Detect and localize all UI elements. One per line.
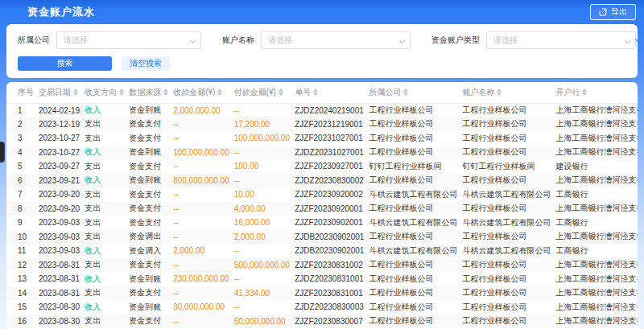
cell-source: 资金支付: [129, 117, 173, 132]
column-header-order_no[interactable]: 单号: [295, 82, 369, 103]
cell-source: 资金到账: [129, 174, 173, 188]
cell-source: 资金支付: [129, 187, 173, 202]
sort-icon[interactable]: [313, 88, 318, 96]
column-header-account_name[interactable]: 账户名称: [462, 82, 555, 103]
account-type-select[interactable]: 请选择: [486, 31, 636, 49]
cell-source: 资金支付: [129, 286, 173, 301]
column-header-direction[interactable]: 收支方向: [85, 82, 129, 103]
cell-account_name: 工程行业样板公司: [462, 272, 555, 286]
account-name-select-placeholder: 请选择: [268, 35, 292, 46]
sort-icon[interactable]: [73, 88, 78, 96]
sort-icon[interactable]: [497, 88, 502, 96]
cell-receive: --: [173, 187, 234, 202]
cell-direction: 支出: [85, 159, 129, 174]
cell-company: 工程行业样板公司: [369, 131, 462, 146]
cell-company: 钉钉工程行业样板间: [369, 159, 462, 174]
sort-icon[interactable]: [217, 88, 222, 96]
filter-card: 所属公司 请选择 账户名称 请选择 资金账户类型 请选择: [6, 24, 638, 78]
cell-source: 资金到账: [129, 272, 173, 286]
cell-company: 工程行业样板公司: [369, 202, 462, 216]
cell-bank: 上海工商银行漕河泾支行: [555, 202, 638, 216]
cell-account_name: 斗栱云建筑工程有限公司: [462, 244, 555, 258]
cell-pay: --: [234, 272, 295, 286]
cell-no: 15: [6, 300, 39, 315]
sort-icon[interactable]: [163, 88, 168, 96]
table-row: 22023-12-19支出资金支付--17,200.00ZJZF20231219…: [6, 117, 638, 132]
expand-filters-link[interactable]: 展开筛选: [636, 35, 644, 46]
cell-receive: --: [173, 117, 234, 132]
cell-no: 1: [6, 103, 39, 117]
column-header-date[interactable]: 交易日期: [39, 82, 85, 103]
cell-pay: --: [234, 103, 295, 117]
account-name-filter-label: 账户名称: [222, 35, 254, 46]
cell-source: 资金到账: [129, 103, 173, 117]
cell-date: 2023-09-03: [39, 244, 85, 258]
cell-bank: 上海工商银行漕河泾支行: [555, 117, 638, 132]
sort-icon[interactable]: [403, 88, 408, 96]
side-drawer-handle[interactable]: [0, 142, 5, 162]
cell-receive: --: [173, 315, 234, 329]
cell-order_no: ZJDZ20230830002: [295, 174, 369, 188]
column-header-source[interactable]: 数据来源: [129, 82, 173, 103]
chevron-down-icon: [190, 38, 196, 43]
cell-account_name: 工程行业样板公司: [462, 230, 555, 245]
table-row: 112023-09-03收入资金调入2,000.00--ZJDB20230902…: [6, 244, 638, 258]
table-header-row: 序号交易日期收支方向数据来源收款金额(¥)付款金额(¥)单号所属公司账户名称开户…: [6, 82, 638, 103]
cell-date: 2023-08-31: [39, 286, 85, 301]
table-row: 82023-09-20支出资金支付--4,000.00ZJZF202309200…: [6, 202, 638, 216]
cell-no: 12: [6, 258, 39, 273]
cell-direction: 收入: [85, 244, 129, 258]
cell-account_name: 工程行业样板公司: [462, 103, 555, 117]
chevron-down-icon: [635, 35, 642, 42]
sort-icon[interactable]: [582, 88, 587, 96]
column-header-receive[interactable]: 收款金额(¥): [173, 82, 234, 103]
cell-receive: --: [173, 230, 234, 245]
cell-date: 2023-09-21: [39, 174, 85, 188]
table-row: 132023-08-31收入资金到账230,000,000.00--ZJDZ20…: [6, 272, 638, 286]
column-header-pay[interactable]: 付款金额(¥): [234, 82, 295, 103]
search-button[interactable]: 搜索: [18, 56, 112, 71]
cell-direction: 支出: [85, 258, 129, 273]
cell-date: 2023-09-03: [39, 230, 85, 245]
table-row: 152023-08-30收入资金到账30,000,000.00--ZJDZ202…: [6, 300, 638, 315]
cell-bank: 上海工商银行漕河泾支行: [555, 174, 638, 188]
cell-date: 2023-10-27: [39, 146, 85, 160]
clear-search-button[interactable]: 清空搜索: [122, 56, 170, 71]
column-header-company[interactable]: 所属公司: [369, 82, 462, 103]
cell-bank: 上海工商银行漕河泾支行: [555, 286, 638, 301]
cell-direction: 支出: [85, 286, 129, 301]
cell-no: 16: [6, 315, 39, 329]
cell-order_no: ZJZF20230927001: [295, 159, 369, 174]
cell-no: 3: [6, 131, 39, 146]
column-header-bank[interactable]: 开户行: [555, 82, 638, 103]
cell-no: 4: [6, 146, 39, 160]
cell-order_no: ZJDZ20230830003: [295, 300, 369, 315]
cell-bank: 上海工商银行漕河泾支行: [555, 272, 638, 286]
sort-icon[interactable]: [119, 88, 124, 96]
filter-group-company: 所属公司 请选择: [18, 31, 201, 49]
cell-date: 2023-08-31: [39, 272, 85, 286]
company-select[interactable]: 请选择: [56, 31, 201, 49]
page-background: 资金账户流水 导出 所属公司 请选择 账户名称: [0, 0, 644, 329]
sort-icon[interactable]: [279, 88, 283, 96]
cell-direction: 收入: [85, 146, 129, 160]
chevron-down-icon: [625, 38, 630, 43]
cell-date: 2023-09-03: [39, 216, 85, 230]
cell-order_no: ZJZF20230831002: [295, 258, 369, 273]
cell-company: 斗栱云建筑工程有限公司: [369, 216, 462, 230]
cell-order_no: ZJZF20231219001: [295, 117, 369, 132]
cell-company: 工程行业样板公司: [369, 272, 462, 286]
cell-account_name: 工程行业样板公司: [462, 315, 555, 329]
cell-direction: 支出: [85, 131, 129, 146]
cell-bank: 工商银行: [555, 216, 638, 230]
cell-company: 工程行业样板公司: [369, 174, 462, 188]
cell-bank: 上海工商银行漕河泾支行: [555, 230, 638, 245]
cell-pay: 10.00: [234, 187, 295, 202]
table-row: 62023-09-21收入资金到账800,000,000.00--ZJDZ202…: [6, 174, 638, 188]
cell-receive: --: [173, 131, 234, 146]
export-icon: [599, 8, 607, 16]
cell-date: 2023-10-27: [39, 131, 85, 146]
cell-pay: 50,000,000.00: [234, 315, 295, 329]
export-button[interactable]: 导出: [590, 4, 636, 20]
account-name-select[interactable]: 请选择: [261, 31, 411, 49]
